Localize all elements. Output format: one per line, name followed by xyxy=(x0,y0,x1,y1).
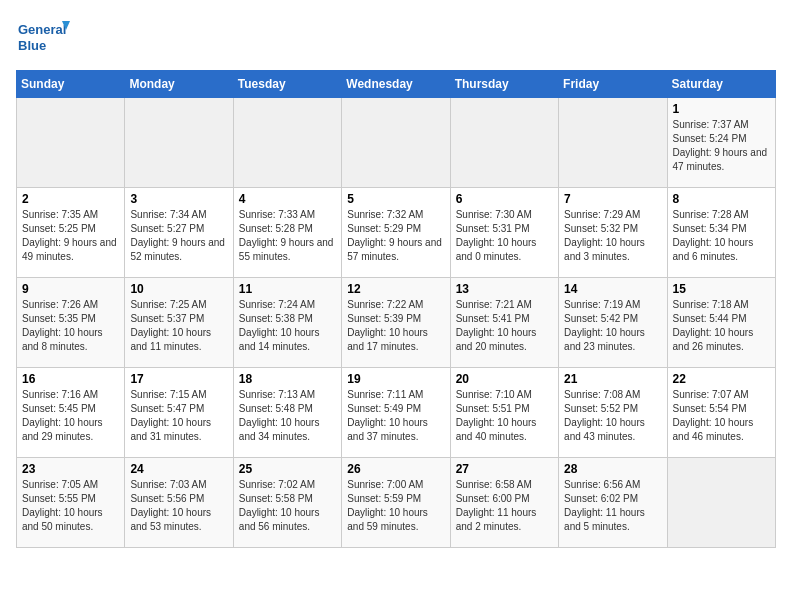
day-number: 3 xyxy=(130,192,227,206)
day-number: 4 xyxy=(239,192,336,206)
day-number: 22 xyxy=(673,372,770,386)
day-number: 23 xyxy=(22,462,119,476)
day-cell xyxy=(450,98,558,188)
day-cell: 5Sunrise: 7:32 AM Sunset: 5:29 PM Daylig… xyxy=(342,188,450,278)
day-cell: 8Sunrise: 7:28 AM Sunset: 5:34 PM Daylig… xyxy=(667,188,775,278)
weekday-header-row: SundayMondayTuesdayWednesdayThursdayFrid… xyxy=(17,71,776,98)
day-info: Sunrise: 7:15 AM Sunset: 5:47 PM Dayligh… xyxy=(130,388,227,444)
day-number: 1 xyxy=(673,102,770,116)
weekday-header-sunday: Sunday xyxy=(17,71,125,98)
day-cell: 25Sunrise: 7:02 AM Sunset: 5:58 PM Dayli… xyxy=(233,458,341,548)
day-info: Sunrise: 7:05 AM Sunset: 5:55 PM Dayligh… xyxy=(22,478,119,534)
day-info: Sunrise: 7:22 AM Sunset: 5:39 PM Dayligh… xyxy=(347,298,444,354)
day-number: 19 xyxy=(347,372,444,386)
week-row-3: 9Sunrise: 7:26 AM Sunset: 5:35 PM Daylig… xyxy=(17,278,776,368)
day-cell xyxy=(233,98,341,188)
day-info: Sunrise: 7:13 AM Sunset: 5:48 PM Dayligh… xyxy=(239,388,336,444)
day-cell xyxy=(125,98,233,188)
day-cell: 22Sunrise: 7:07 AM Sunset: 5:54 PM Dayli… xyxy=(667,368,775,458)
day-info: Sunrise: 7:00 AM Sunset: 5:59 PM Dayligh… xyxy=(347,478,444,534)
weekday-header-thursday: Thursday xyxy=(450,71,558,98)
day-cell: 13Sunrise: 7:21 AM Sunset: 5:41 PM Dayli… xyxy=(450,278,558,368)
day-number: 28 xyxy=(564,462,661,476)
day-cell: 26Sunrise: 7:00 AM Sunset: 5:59 PM Dayli… xyxy=(342,458,450,548)
logo-svg: General Blue xyxy=(16,16,71,58)
day-info: Sunrise: 7:24 AM Sunset: 5:38 PM Dayligh… xyxy=(239,298,336,354)
logo: General Blue xyxy=(16,16,71,58)
day-cell: 21Sunrise: 7:08 AM Sunset: 5:52 PM Dayli… xyxy=(559,368,667,458)
day-info: Sunrise: 7:26 AM Sunset: 5:35 PM Dayligh… xyxy=(22,298,119,354)
day-info: Sunrise: 6:58 AM Sunset: 6:00 PM Dayligh… xyxy=(456,478,553,534)
day-cell: 15Sunrise: 7:18 AM Sunset: 5:44 PM Dayli… xyxy=(667,278,775,368)
day-cell: 28Sunrise: 6:56 AM Sunset: 6:02 PM Dayli… xyxy=(559,458,667,548)
day-cell: 7Sunrise: 7:29 AM Sunset: 5:32 PM Daylig… xyxy=(559,188,667,278)
svg-text:General: General xyxy=(18,22,66,37)
day-cell: 16Sunrise: 7:16 AM Sunset: 5:45 PM Dayli… xyxy=(17,368,125,458)
week-row-1: 1Sunrise: 7:37 AM Sunset: 5:24 PM Daylig… xyxy=(17,98,776,188)
day-cell: 9Sunrise: 7:26 AM Sunset: 5:35 PM Daylig… xyxy=(17,278,125,368)
week-row-5: 23Sunrise: 7:05 AM Sunset: 5:55 PM Dayli… xyxy=(17,458,776,548)
day-number: 25 xyxy=(239,462,336,476)
header: General Blue xyxy=(16,16,776,58)
weekday-header-wednesday: Wednesday xyxy=(342,71,450,98)
day-cell: 3Sunrise: 7:34 AM Sunset: 5:27 PM Daylig… xyxy=(125,188,233,278)
day-number: 18 xyxy=(239,372,336,386)
day-cell: 10Sunrise: 7:25 AM Sunset: 5:37 PM Dayli… xyxy=(125,278,233,368)
day-cell: 2Sunrise: 7:35 AM Sunset: 5:25 PM Daylig… xyxy=(17,188,125,278)
day-info: Sunrise: 7:35 AM Sunset: 5:25 PM Dayligh… xyxy=(22,208,119,264)
day-number: 8 xyxy=(673,192,770,206)
day-cell xyxy=(559,98,667,188)
svg-text:Blue: Blue xyxy=(18,38,46,53)
week-row-4: 16Sunrise: 7:16 AM Sunset: 5:45 PM Dayli… xyxy=(17,368,776,458)
day-cell: 19Sunrise: 7:11 AM Sunset: 5:49 PM Dayli… xyxy=(342,368,450,458)
day-cell: 17Sunrise: 7:15 AM Sunset: 5:47 PM Dayli… xyxy=(125,368,233,458)
day-number: 5 xyxy=(347,192,444,206)
day-info: Sunrise: 7:25 AM Sunset: 5:37 PM Dayligh… xyxy=(130,298,227,354)
day-info: Sunrise: 7:07 AM Sunset: 5:54 PM Dayligh… xyxy=(673,388,770,444)
calendar-table: SundayMondayTuesdayWednesdayThursdayFrid… xyxy=(16,70,776,548)
day-cell: 18Sunrise: 7:13 AM Sunset: 5:48 PM Dayli… xyxy=(233,368,341,458)
day-info: Sunrise: 7:18 AM Sunset: 5:44 PM Dayligh… xyxy=(673,298,770,354)
day-info: Sunrise: 7:02 AM Sunset: 5:58 PM Dayligh… xyxy=(239,478,336,534)
day-cell: 27Sunrise: 6:58 AM Sunset: 6:00 PM Dayli… xyxy=(450,458,558,548)
day-info: Sunrise: 7:32 AM Sunset: 5:29 PM Dayligh… xyxy=(347,208,444,264)
weekday-header-tuesday: Tuesday xyxy=(233,71,341,98)
weekday-header-friday: Friday xyxy=(559,71,667,98)
day-cell: 1Sunrise: 7:37 AM Sunset: 5:24 PM Daylig… xyxy=(667,98,775,188)
day-number: 27 xyxy=(456,462,553,476)
day-cell: 23Sunrise: 7:05 AM Sunset: 5:55 PM Dayli… xyxy=(17,458,125,548)
day-cell xyxy=(667,458,775,548)
day-number: 12 xyxy=(347,282,444,296)
day-info: Sunrise: 7:11 AM Sunset: 5:49 PM Dayligh… xyxy=(347,388,444,444)
day-info: Sunrise: 7:30 AM Sunset: 5:31 PM Dayligh… xyxy=(456,208,553,264)
day-cell: 20Sunrise: 7:10 AM Sunset: 5:51 PM Dayli… xyxy=(450,368,558,458)
day-info: Sunrise: 7:37 AM Sunset: 5:24 PM Dayligh… xyxy=(673,118,770,174)
week-row-2: 2Sunrise: 7:35 AM Sunset: 5:25 PM Daylig… xyxy=(17,188,776,278)
day-cell: 4Sunrise: 7:33 AM Sunset: 5:28 PM Daylig… xyxy=(233,188,341,278)
day-cell: 11Sunrise: 7:24 AM Sunset: 5:38 PM Dayli… xyxy=(233,278,341,368)
day-info: Sunrise: 6:56 AM Sunset: 6:02 PM Dayligh… xyxy=(564,478,661,534)
weekday-header-monday: Monday xyxy=(125,71,233,98)
day-number: 6 xyxy=(456,192,553,206)
day-info: Sunrise: 7:16 AM Sunset: 5:45 PM Dayligh… xyxy=(22,388,119,444)
day-number: 2 xyxy=(22,192,119,206)
day-number: 14 xyxy=(564,282,661,296)
day-info: Sunrise: 7:21 AM Sunset: 5:41 PM Dayligh… xyxy=(456,298,553,354)
day-cell: 6Sunrise: 7:30 AM Sunset: 5:31 PM Daylig… xyxy=(450,188,558,278)
day-number: 20 xyxy=(456,372,553,386)
day-cell: 24Sunrise: 7:03 AM Sunset: 5:56 PM Dayli… xyxy=(125,458,233,548)
day-number: 15 xyxy=(673,282,770,296)
day-info: Sunrise: 7:08 AM Sunset: 5:52 PM Dayligh… xyxy=(564,388,661,444)
day-number: 9 xyxy=(22,282,119,296)
day-info: Sunrise: 7:10 AM Sunset: 5:51 PM Dayligh… xyxy=(456,388,553,444)
day-number: 21 xyxy=(564,372,661,386)
day-info: Sunrise: 7:28 AM Sunset: 5:34 PM Dayligh… xyxy=(673,208,770,264)
day-cell: 14Sunrise: 7:19 AM Sunset: 5:42 PM Dayli… xyxy=(559,278,667,368)
day-cell xyxy=(17,98,125,188)
day-cell xyxy=(342,98,450,188)
day-info: Sunrise: 7:03 AM Sunset: 5:56 PM Dayligh… xyxy=(130,478,227,534)
day-number: 16 xyxy=(22,372,119,386)
day-number: 7 xyxy=(564,192,661,206)
day-info: Sunrise: 7:34 AM Sunset: 5:27 PM Dayligh… xyxy=(130,208,227,264)
day-number: 17 xyxy=(130,372,227,386)
